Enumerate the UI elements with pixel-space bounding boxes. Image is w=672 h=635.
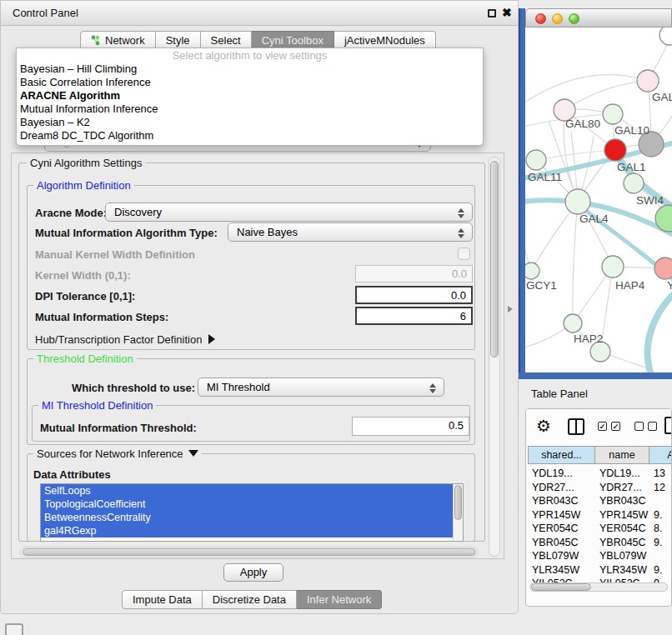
close-icon[interactable]: ✖ <box>502 6 512 19</box>
network-edge[interactable] <box>536 150 615 160</box>
dpi-tolerance-label: DPI Tolerance [0,1]: <box>35 290 135 302</box>
network-edge[interactable] <box>573 202 578 323</box>
split-columns-icon[interactable] <box>568 418 584 435</box>
checked-checkbox-icon[interactable]: ✓ <box>611 422 620 431</box>
column-header[interactable]: shared... <box>528 446 595 464</box>
attributes-scrollbar-thumb[interactable] <box>454 485 462 520</box>
unchecked-checkbox-icon[interactable] <box>634 422 644 431</box>
network-node[interactable] <box>659 28 672 45</box>
which-threshold-combo[interactable]: MI Threshold <box>198 378 444 397</box>
data-attributes-list[interactable]: SelfLoopsTopologicalCoefficientBetweenne… <box>40 483 464 542</box>
table-cell: YPR145W <box>528 509 595 521</box>
checked-checkbox-icon[interactable]: ✓ <box>598 422 607 431</box>
table-cell: YER054C <box>528 522 595 534</box>
cyni-settings-group-title: Cyni Algorithm Settings <box>27 157 145 169</box>
tab-infer-network[interactable]: Infer Network <box>297 590 382 609</box>
kernel-width-label: Kernel Width (0,1): <box>35 269 131 282</box>
tab-discretize-data[interactable]: Discretize Data <box>203 590 297 609</box>
minimize-traffic-light-icon[interactable] <box>552 13 563 24</box>
table-row[interactable]: YBR043CYBR043C <box>528 495 672 509</box>
network-window-titlebar[interactable] <box>525 8 672 28</box>
kernel-width-field[interactable]: 0.0 <box>355 265 473 282</box>
mi-type-label: Mutual Information Algorithm Type: <box>35 227 218 239</box>
algorithm-definition-title: Algorithm Definition <box>33 179 134 192</box>
network-node[interactable] <box>637 70 659 92</box>
algorithm-option[interactable]: ARACNE Algorithm <box>17 89 483 102</box>
mi-steps-label: Mutual Information Steps: <box>35 311 168 323</box>
algorithm-option[interactable]: Dream8 DC_TDC Algorithm <box>17 129 483 142</box>
hub-definition-toggle[interactable]: Hub/Transcription Factor Definition <box>35 333 215 346</box>
network-node[interactable] <box>603 104 623 124</box>
tab-impute-data[interactable]: Impute Data <box>122 590 203 609</box>
manual-kernel-checkbox[interactable] <box>458 248 470 260</box>
network-edge[interactable] <box>564 81 648 110</box>
sources-group-toggle[interactable]: Sources for Network Inference <box>33 448 202 460</box>
attribute-item-selected[interactable]: SelfLoops <box>41 484 463 498</box>
settings-hscrollbar-thumb[interactable] <box>23 548 476 556</box>
table-row[interactable]: YDR27...YDR27...12 <box>528 482 672 496</box>
column-header[interactable]: name <box>595 446 649 464</box>
tab-label: Cyni Toolbox <box>262 32 323 49</box>
node-label: GAL1 <box>617 161 646 173</box>
node-label: GAL10 <box>614 124 649 137</box>
table-row[interactable]: YPR145WYPR145W9. <box>528 509 672 523</box>
table-row[interactable]: YER054CYER054C8. <box>528 522 672 537</box>
algorithm-option[interactable]: Bayesian – K2 <box>17 116 483 129</box>
expanded-arrow-icon <box>188 450 198 457</box>
attributes-scrollbar[interactable] <box>453 484 463 541</box>
settings-horizontal-scrollbar[interactable] <box>20 547 479 558</box>
network-node[interactable] <box>602 256 624 278</box>
node-label: GAL11 <box>528 171 562 183</box>
network-canvas[interactable]: GALGAL80GAL10GAL1GAL11SWI4GAL4GCY1HAP4YH… <box>525 28 672 372</box>
network-node[interactable] <box>564 314 582 332</box>
algorithm-placeholder: Select algorithm to view settings <box>17 48 483 62</box>
combo-stepper-icon <box>458 227 464 240</box>
network-node[interactable] <box>624 173 644 193</box>
dpi-tolerance-field[interactable]: 0.0 <box>355 286 473 304</box>
settings-scrollbar-thumb[interactable] <box>490 161 499 358</box>
attribute-item-selected[interactable]: BetweennessCentrality <box>41 511 463 524</box>
screen: Control Panel ✖ NetworkStyleSelectCyni T… <box>0 0 672 635</box>
cyni-settings-panel: Cyni Algorithm Settings Algorithm Defini… <box>11 152 504 559</box>
table-row[interactable]: YBL079WYBL079W <box>528 550 672 564</box>
mi-type-combo[interactable]: Naive Bayes <box>228 222 473 242</box>
table-toolbar: ⚙ ✓ ✓ <box>526 409 671 446</box>
algorithm-option[interactable]: Basic Correlation Inference <box>17 76 483 89</box>
table-row[interactable]: YLR345WYLR345W9. <box>528 564 672 578</box>
column-header[interactable]: A <box>649 446 672 464</box>
table-cell: 9. <box>649 509 672 521</box>
aracne-mode-combo[interactable]: Discovery <box>105 202 473 222</box>
settings-gear-icon[interactable]: ⚙ <box>536 416 551 436</box>
attribute-item-selected[interactable]: gal4RGexp <box>41 524 463 538</box>
network-edge-thick[interactable] <box>648 278 672 372</box>
which-threshold-value: MI Threshold <box>207 381 270 393</box>
table-scrollbar-thumb[interactable] <box>531 583 591 591</box>
settings-vertical-scrollbar[interactable] <box>489 157 500 557</box>
attribute-item-selected[interactable]: TopologicalCoefficient <box>41 498 463 511</box>
network-node[interactable] <box>525 262 539 279</box>
node-label: SWI4 <box>636 194 664 207</box>
table-horizontal-scrollbar[interactable] <box>529 582 668 592</box>
apply-button[interactable]: Apply <box>223 563 283 582</box>
algorithm-option[interactable]: Mutual Information Inference <box>17 102 483 116</box>
zoom-traffic-light-icon[interactable] <box>569 13 579 24</box>
network-node[interactable] <box>565 189 590 214</box>
unchecked-checkbox-icon[interactable] <box>648 422 657 431</box>
mi-threshold-field[interactable]: 0.5 <box>352 417 469 436</box>
combo-stepper-icon <box>429 382 436 395</box>
network-edge[interactable] <box>525 75 648 107</box>
float-window-icon[interactable] <box>488 9 496 18</box>
table-row[interactable]: YBR045CYBR045C9. <box>528 537 672 551</box>
network-node[interactable] <box>604 139 626 161</box>
splitter-handle-icon[interactable] <box>508 306 513 312</box>
mi-steps-field[interactable]: 6 <box>355 307 473 325</box>
network-node[interactable] <box>526 150 546 170</box>
panel-corner-icon[interactable] <box>5 623 23 635</box>
network-node[interactable] <box>654 258 672 279</box>
close-traffic-light-icon[interactable] <box>535 13 546 24</box>
algorithm-option[interactable]: Bayesian – Hill Climbing <box>17 62 483 76</box>
control-panel: Control Panel ✖ NetworkStyleSelectCyni T… <box>0 0 519 614</box>
page-icon[interactable] <box>664 417 672 434</box>
table-cell: 9. <box>649 537 672 548</box>
table-row[interactable]: YDL19...YDL19...13 <box>528 468 672 482</box>
